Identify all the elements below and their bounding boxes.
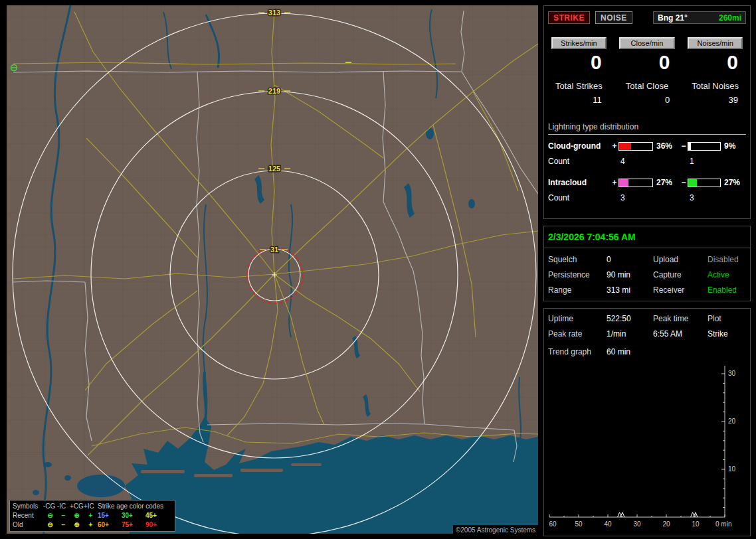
cg-minus-count: 1 xyxy=(688,157,721,166)
age-60: 60+ xyxy=(98,520,122,530)
age-15: 15+ xyxy=(98,511,122,520)
lightning-map[interactable]: 313 219 125 31 Symbols -CG -IC +CG +IC S… xyxy=(7,5,538,534)
close-counter: Close/min 0 Total Close 0 xyxy=(616,37,678,105)
legend-old-label: Old xyxy=(13,520,43,530)
copyright-text: ©2005 Astrogenic Systems xyxy=(453,525,538,535)
trend-graph-label: Trend graph xyxy=(548,347,607,356)
bearing-value: Bng 21° xyxy=(658,13,688,23)
map-legend: Symbols -CG -IC +CG +IC Strike age color… xyxy=(9,500,175,532)
age-90: 90+ xyxy=(145,520,165,530)
strike-stats-box: STRIKE NOISE Bng 21° 260mi Strikes/min 0… xyxy=(543,5,751,219)
minus-icon: − xyxy=(57,511,70,520)
total-noises-value: 39 xyxy=(684,95,746,105)
legend-recent-label: Recent xyxy=(13,511,43,520)
upload-label: Upload xyxy=(653,255,708,264)
status-panel: STRIKE NOISE Bng 21° 260mi Strikes/min 0… xyxy=(543,5,751,534)
cloud-ground-label: Cloud-ground xyxy=(548,141,611,151)
svg-text:20: 20 xyxy=(662,520,670,528)
legend-age-header: Strike age color codes xyxy=(98,502,165,511)
trend-box: Uptime 522:50 Peak time Plot Peak rate 1… xyxy=(543,308,751,536)
close-per-min-button[interactable]: Close/min xyxy=(619,37,674,49)
circle-minus-icon: ⊖ xyxy=(43,511,57,520)
ring-label-125: 125 xyxy=(268,165,280,173)
uptime-label: Uptime xyxy=(548,314,607,323)
range-label: Range xyxy=(548,285,607,295)
plus-sign: + xyxy=(611,178,618,187)
plus-sign: + xyxy=(611,141,618,151)
squelch-label: Squelch xyxy=(548,255,607,264)
datetime-display: 2/3/2026 7:04:56 AM xyxy=(544,226,750,248)
ring-label-219: 219 xyxy=(268,87,280,95)
distribution-title: Lightning type distribution xyxy=(548,122,746,135)
legend-col-neg-cg: -CG xyxy=(43,502,57,511)
strikes-counter: Strikes/min 0 Total Strikes 11 xyxy=(548,37,610,105)
persistence-label: Persistence xyxy=(548,270,607,279)
legend-old-row: Old ⊖ − ⊕ + 60+ 75+ 90+ xyxy=(13,520,172,530)
noises-per-min-button[interactable]: Noises/min xyxy=(688,37,743,49)
plus-icon: + xyxy=(84,520,98,530)
age-75: 75+ xyxy=(122,520,145,530)
minus-sign: − xyxy=(680,178,688,187)
bearing-distance: 260mi xyxy=(719,13,741,23)
peak-time-value: 6:55 AM xyxy=(653,329,708,339)
receiver-status: Enabled xyxy=(708,285,746,295)
total-close-label: Total Close xyxy=(616,81,678,91)
squelch-value: 0 xyxy=(607,255,653,264)
ic-plus-bar xyxy=(618,179,653,187)
ic-minus-count: 3 xyxy=(688,193,721,202)
close-per-min-value: 0 xyxy=(616,52,678,73)
uptime-value: 522:50 xyxy=(607,314,653,323)
ic-plus-pct: 27% xyxy=(653,178,680,187)
total-noises-label: Total Noises xyxy=(684,81,746,91)
svg-text:10: 10 xyxy=(692,520,700,528)
cg-plus-bar xyxy=(618,142,653,151)
settings-box: 2/3/2026 7:04:56 AM Squelch 0 Upload Dis… xyxy=(543,226,751,301)
peak-rate-value: 1/min xyxy=(607,329,653,339)
svg-text:10: 10 xyxy=(728,465,736,473)
capture-status: Active xyxy=(708,270,746,279)
mode-row: STRIKE NOISE Bng 21° 260mi xyxy=(548,11,746,24)
strikes-per-min-button[interactable]: Strikes/min xyxy=(551,37,607,49)
capture-label: Capture xyxy=(653,270,708,279)
noise-mode-button[interactable]: NOISE xyxy=(595,11,632,24)
plot-value: Strike xyxy=(708,329,746,339)
bearing-range-display: Bng 21° 260mi xyxy=(653,11,746,24)
intracloud-row: Intracloud + 27% − 27% xyxy=(548,178,746,187)
range-value: 313 mi xyxy=(607,285,653,295)
ic-plus-count: 3 xyxy=(618,193,653,202)
persistence-value: 90 min xyxy=(607,270,653,279)
svg-text:60: 60 xyxy=(549,520,557,528)
peak-time-label: Peak time xyxy=(653,314,708,323)
strike-mode-button[interactable]: STRIKE xyxy=(548,11,590,24)
trend-graph-row: Trend graph 60 min xyxy=(548,347,746,356)
legend-col-neg-ic: -IC xyxy=(57,502,70,511)
intracloud-count-row: Count 3 3 xyxy=(548,193,746,202)
svg-text:0 min: 0 min xyxy=(715,520,731,528)
age-30: 30+ xyxy=(122,511,145,520)
legend-header-row: Symbols -CG -IC +CG +IC Strike age color… xyxy=(13,502,172,511)
cg-minus-pct: 9% xyxy=(721,141,746,151)
ring-label-31: 31 xyxy=(270,246,278,254)
total-strikes-label: Total Strikes xyxy=(548,81,610,91)
map-canvas[interactable]: 313 219 125 31 xyxy=(7,5,538,534)
ic-minus-bar xyxy=(688,179,721,187)
circle-plus-icon: ⊕ xyxy=(70,511,84,520)
peak-rate-label: Peak rate xyxy=(548,329,607,339)
cg-plus-count: 4 xyxy=(618,157,653,166)
svg-text:30: 30 xyxy=(633,520,641,528)
receiver-label: Receiver xyxy=(653,285,708,295)
status-grid: Uptime 522:50 Peak time Plot Peak rate 1… xyxy=(548,314,746,339)
svg-text:30: 30 xyxy=(728,370,736,377)
rate-counters: Strikes/min 0 Total Strikes 11 Close/min… xyxy=(548,37,746,105)
circle-plus-icon: ⊕ xyxy=(70,520,84,530)
cloud-ground-count-row: Count 4 1 xyxy=(548,157,746,166)
ring-label-313: 313 xyxy=(268,9,280,17)
plot-label: Plot xyxy=(708,314,746,323)
nexstorm-window: 313 219 125 31 Symbols -CG -IC +CG +IC S… xyxy=(0,0,756,539)
count-label: Count xyxy=(548,193,611,202)
strikes-per-min-value: 0 xyxy=(548,52,610,73)
svg-text:40: 40 xyxy=(604,520,612,528)
settings-grid: Squelch 0 Upload Disabled Persistence 90… xyxy=(544,248,750,295)
upload-status: Disabled xyxy=(708,255,746,264)
minus-icon: − xyxy=(57,520,70,530)
